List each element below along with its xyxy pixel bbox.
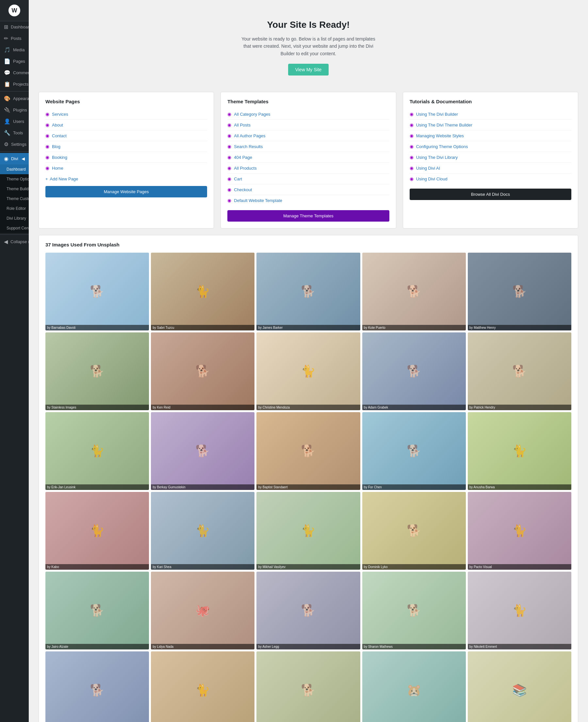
divi-support-label: Support Center [6,226,29,230]
sidebar-item-dashboard[interactable]: ⊞ Dashboard [0,21,29,33]
sidebar-item-settings[interactable]: ⚙ Settings [0,139,29,150]
image-cell: 🐙by Lidya Nada [151,572,254,649]
template-link-1[interactable]: ◉ All Posts [227,120,389,130]
sidebar-item-comments[interactable]: 💬 Comments [0,67,29,79]
image-caption: by Anusha Barwa [468,484,571,490]
page-link-booking[interactable]: ◉ Booking [45,152,207,163]
image-caption: by Matthew Henry [468,325,571,330]
tutorial-link-3[interactable]: ◉ Configuring Theme Options [410,141,571,152]
website-pages-title: Website Pages [45,99,207,104]
sidebar-item-projects[interactable]: 📋 Projects [0,79,29,90]
divi-link-icon: ◉ [45,144,49,149]
sidebar-item-plugins[interactable]: 🔌 Plugins [0,104,29,116]
view-my-site-button[interactable]: View My Site [288,64,329,76]
divi-theme-options-label: Theme Options [6,177,29,181]
divi-submenu-support[interactable]: Support Center [0,223,29,233]
divi-submenu-role-editor[interactable]: Role Editor [0,204,29,213]
page-link-blog[interactable]: ◉ Blog [45,141,207,152]
divi-link-icon: ◉ [45,133,49,138]
tutorial-link-6[interactable]: ◉ Using Divi Cloud [410,173,571,184]
image-cell: 🐕by Baptist Standaert [256,412,360,490]
image-cell: 🐈by Pacto Visual [468,492,571,570]
image-caption: by Ken Reid [151,405,254,410]
animal-icon: 🐕 [362,253,466,330]
tutorial-link-2[interactable]: ◉ Managing Website Styles [410,130,571,141]
divi-submenu-dashboard[interactable]: Dashboard [0,164,29,174]
tutorial-link-4[interactable]: ◉ Using The Divi Library [410,152,571,163]
sidebar-item-users[interactable]: 👤 Users [0,116,29,127]
image-caption: by Sabri Tuzcu [151,325,254,330]
divi-link-icon: ◉ [45,154,49,160]
page-link-contact[interactable]: ◉ Contact [45,130,207,141]
template-link-0[interactable]: ◉ All Category Pages [227,109,389,120]
manage-website-pages-button[interactable]: Manage Website Pages [45,186,207,198]
image-caption: by Kari Shea [151,564,254,570]
divi-submenu-library[interactable]: Divi Library [0,213,29,223]
sidebar-item-label: Settings [11,142,26,147]
divi-link-icon: ◉ [410,165,414,171]
settings-icon: ⚙ [4,141,8,147]
page-link-about[interactable]: ◉ About [45,120,207,130]
animal-icon: 🐕 [45,572,149,649]
sidebar-item-pages[interactable]: 📄 Pages [0,56,29,67]
divi-submenu-theme-customizer[interactable]: Theme Customizer [0,194,29,204]
page-link-home[interactable]: ◉ Home [45,163,207,173]
tutorial-link-0[interactable]: ◉ Using The Divi Builder [410,109,571,120]
template-link-2[interactable]: ◉ All Author Pages [227,130,389,141]
animal-icon: 🐈 [256,332,360,410]
divi-link-icon: ◉ [45,122,49,127]
tutorials-card: Tutorials & Documentation ◉ Using The Di… [403,92,578,228]
image-cell: 🐕by Asher Legg [256,572,360,649]
sidebar-item-label: Projects [13,82,28,87]
image-caption: by For Chen [362,484,466,490]
template-link-5[interactable]: ◉ All Products [227,163,389,173]
divi-link-icon: ◉ [410,144,414,149]
image-caption: by Mikhail Vasilyev [256,564,360,570]
template-link-4[interactable]: ◉ 404 Page [227,152,389,163]
sidebar-item-appearance[interactable]: 🎨 Appearance [0,93,29,104]
tutorials-title: Tutorials & Documentation [410,99,571,104]
image-caption: by Erik-Jan Leusink [45,484,149,490]
image-caption: by Kote Puerto [362,325,466,330]
page-link-services[interactable]: ◉ Services [45,109,207,120]
divi-link-icon: ◉ [45,111,49,117]
animal-icon: 🐕 [362,492,466,570]
template-link-7[interactable]: ◉ Checkout [227,184,389,195]
divi-link-icon: ◉ [410,154,414,160]
image-caption: by Patrick Hendry [468,405,571,410]
image-caption: by Jairo Alzate [45,644,149,649]
image-cell: 🐈by Kari Shea [151,492,254,570]
sidebar-item-divi[interactable]: ◉ Divi ◀ Dashboard Theme Options Theme B… [0,153,29,233]
animal-icon: 🐕 [151,332,254,410]
template-link-8[interactable]: ◉ Default Website Template [227,195,389,206]
manage-theme-templates-button[interactable]: Manage Theme Templates [227,210,389,222]
tutorial-link-5[interactable]: ◉ Using Divi AI [410,163,571,173]
divi-submenu-theme-builder[interactable]: Theme Builder [0,184,29,194]
theme-templates-title: Theme Templates [227,99,389,104]
tutorial-link-1[interactable]: ◉ Using The Divi Theme Builder [410,120,571,130]
animal-icon: 🐕 [362,572,466,649]
animal-icon: 🐕 [362,332,466,410]
sidebar-item-label: Plugins [13,107,27,112]
add-new-page-link[interactable]: + Add New Page [45,173,207,181]
template-link-3[interactable]: ◉ Search Results [227,141,389,152]
image-cell: 🐕by Ken Reid [151,332,254,410]
pages-icon: 📄 [4,58,10,64]
divi-link-icon: ◉ [227,122,231,127]
sidebar-item-posts[interactable]: ✏ Posts [0,33,29,44]
sidebar-collapse-menu[interactable]: ◀ Collapse menu [0,236,29,247]
sidebar-item-tools[interactable]: 🔧 Tools [0,127,29,139]
plugins-icon: 🔌 [4,107,10,113]
cards-row: Website Pages ◉ Services ◉ About ◉ Conta… [35,92,582,228]
template-link-6[interactable]: ◉ Cart [227,173,389,184]
image-cell: 🐕by For Chen [362,412,466,490]
divi-menu-item[interactable]: ◉ Divi ◀ [0,153,29,164]
image-caption: by Christine Mendoza [256,405,360,410]
animal-icon: 🐈 [151,253,254,330]
divi-link-icon: ◉ [227,176,231,181]
browse-divi-docs-button[interactable]: Browse All Divi Docs [410,189,571,200]
divi-link-icon: ◉ [227,144,231,149]
sidebar-item-media[interactable]: 🎵 Media [0,44,29,56]
divi-theme-builder-label: Theme Builder [6,187,29,191]
divi-submenu-theme-options[interactable]: Theme Options [0,174,29,184]
